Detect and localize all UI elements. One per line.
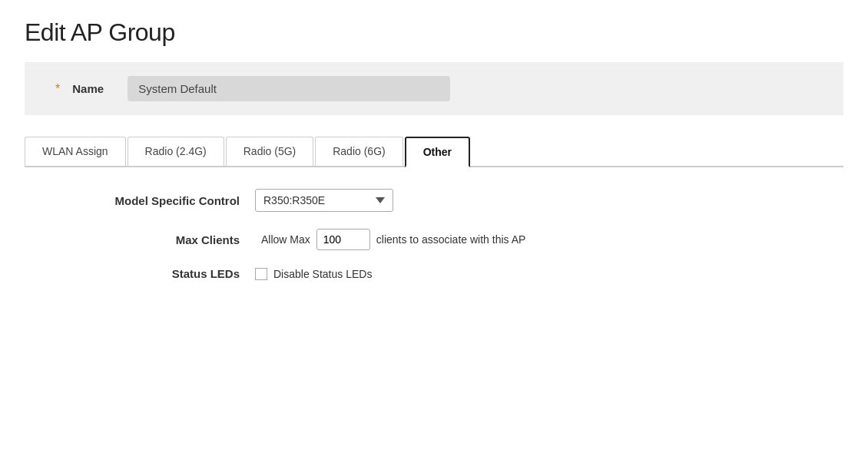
status-leds-checkbox-label: Disable Status LEDs [273,268,372,280]
tab-other[interactable]: Other [405,137,470,167]
max-clients-label: Max Clients [55,233,255,246]
required-star: * [55,82,60,96]
name-form-section: * Name [25,62,843,115]
model-specific-control-label: Model Specific Control [55,194,255,207]
tab-radio-2g[interactable]: Radio (2.4G) [128,137,224,166]
status-leds-checkbox-wrapper: Disable Status LEDs [255,268,372,280]
model-specific-control-select[interactable]: R350:R350E R500 R600 R700 R710 R720 [255,189,393,212]
status-leds-checkbox[interactable] [255,268,267,280]
name-input[interactable] [128,76,450,101]
tabs-bar: WLAN Assign Radio (2.4G) Radio (5G) Radi… [25,137,843,167]
tab-wlan-assign[interactable]: WLAN Assign [25,137,126,166]
page-title: Edit AP Group [25,18,843,47]
max-clients-row: Max Clients Allow Max clients to associa… [25,229,843,250]
tab-radio-5g[interactable]: Radio (5G) [226,137,313,166]
model-specific-control-row: Model Specific Control R350:R350E R500 R… [25,189,843,212]
name-field-row: * Name [55,76,450,101]
max-clients-prefix: Allow Max [261,233,310,246]
tab-radio-6g[interactable]: Radio (6G) [315,137,403,166]
max-clients-suffix: clients to associate with this AP [376,233,526,246]
status-leds-row: Status LEDs Disable Status LEDs [25,267,843,280]
status-leds-label: Status LEDs [55,267,255,280]
name-label: Name [72,82,118,95]
other-tab-content: Model Specific Control R350:R350E R500 R… [25,167,843,280]
page-container: Edit AP Group * Name WLAN Assign Radio (… [0,0,868,315]
max-clients-input[interactable] [316,229,370,250]
